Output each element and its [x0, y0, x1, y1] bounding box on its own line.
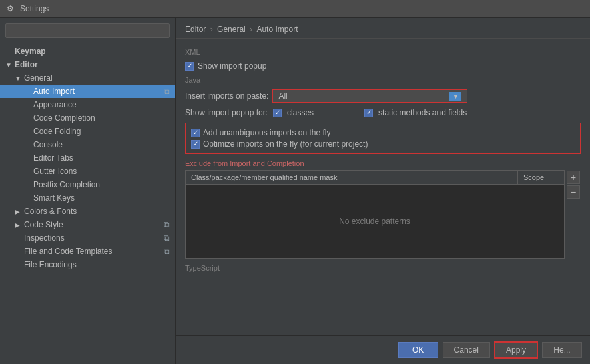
arrow-icon: ▶	[15, 208, 21, 215]
title-bar: ⚙ Settings	[0, 0, 590, 18]
checkmark-icon: ✓	[193, 129, 198, 136]
cancel-button[interactable]: Cancel	[442, 342, 490, 358]
exclude-table: Class/package/member qualified name mask…	[185, 170, 565, 259]
copy-icon: ⧉	[164, 233, 170, 243]
sidebar-item-smart-keys[interactable]: Smart Keys	[0, 191, 175, 205]
sidebar-item-editor-tabs[interactable]: Editor Tabs	[0, 151, 175, 165]
sidebar-item-label: Colors & Fonts	[24, 207, 77, 216]
sidebar-item-editor[interactable]: ▼ Editor	[0, 58, 175, 71]
table-action-buttons: + −	[566, 170, 581, 259]
insert-imports-row: Insert imports on paste: All ▼	[185, 88, 581, 104]
sidebar-item-keymap[interactable]: Keymap	[0, 45, 175, 58]
sidebar-item-label: Postfix Completion	[33, 180, 100, 189]
checkmark-icon: ✓	[366, 109, 372, 116]
arrow-icon: ▶	[15, 221, 21, 229]
table-header: Class/package/member qualified name mask…	[186, 171, 564, 185]
sidebar-item-label: Keymap	[15, 47, 46, 56]
breadcrumb: Editor › General › Auto Import	[176, 18, 590, 39]
sidebar-item-label: Console	[33, 140, 63, 149]
highlighted-options-group: ✓ Add unambiguous imports on the fly ✓ O…	[185, 123, 581, 154]
xml-show-import-checkbox[interactable]: ✓	[185, 62, 194, 71]
sidebar-item-general[interactable]: ▼ General	[0, 71, 175, 85]
sidebar-item-label: Editor Tabs	[33, 153, 73, 163]
breadcrumb-part-1: Editor	[185, 25, 206, 34]
dialog-footer: OK Cancel Apply He...	[176, 335, 590, 364]
optimize-imports-row: ✓ Optimize imports on the fly (for curre…	[191, 139, 575, 149]
help-button[interactable]: He...	[542, 342, 582, 358]
optimize-imports-checkbox[interactable]: ✓	[191, 140, 200, 149]
sidebar-item-label: File and Code Templates	[24, 247, 113, 256]
sidebar-item-label: Editor	[15, 60, 38, 69]
search-input[interactable]	[5, 23, 170, 38]
sidebar-item-console[interactable]: Console	[0, 138, 175, 151]
static-methods-checkbox[interactable]: ✓	[364, 109, 373, 117]
sidebar-item-auto-import[interactable]: Auto Import ⧉	[0, 85, 175, 98]
arrow-icon: ▼	[15, 75, 21, 82]
copy-icon: ⧉	[164, 87, 170, 96]
add-pattern-button[interactable]: +	[567, 171, 580, 184]
apply-button[interactable]: Apply	[494, 341, 538, 359]
col-header-name: Class/package/member qualified name mask	[186, 171, 517, 184]
add-unambiguous-checkbox[interactable]: ✓	[191, 129, 200, 137]
show-popup-row: Show import popup for: ✓ classes ✓ stati…	[185, 108, 581, 117]
breadcrumb-sep-2: ›	[250, 25, 254, 34]
exclude-section: Exclude from Import and Completion Class…	[185, 159, 581, 259]
xml-show-import-label: Show import popup	[198, 61, 266, 71]
sidebar-item-label: Code Folding	[33, 127, 81, 136]
sidebar-item-file-code-templates[interactable]: File and Code Templates ⧉	[0, 245, 175, 258]
breadcrumb-part-2: General	[217, 25, 246, 34]
optimize-imports-label: Optimize imports on the fly (for current…	[203, 139, 368, 149]
sidebar-item-label: Gutter Icons	[33, 167, 77, 176]
search-box	[0, 18, 175, 43]
settings-dialog: ⚙ Settings Keymap ▼ Editor	[0, 0, 590, 364]
sidebar-item-code-folding[interactable]: Code Folding	[0, 125, 175, 138]
sidebar-item-label: Auto Import	[33, 87, 75, 96]
copy-icon: ⧉	[164, 247, 170, 256]
settings-tree: Keymap ▼ Editor ▼ General Auto Import ⧉	[0, 43, 175, 364]
xml-show-import-row: ✓ Show import popup	[185, 60, 581, 72]
insert-imports-value: All	[278, 91, 449, 101]
sidebar-item-inspections[interactable]: Inspections ⧉	[0, 231, 175, 245]
table-body: No exclude patterns	[186, 185, 564, 258]
checkmark-icon: ✓	[187, 63, 192, 69]
dropdown-arrow-icon: ▼	[449, 92, 461, 101]
sidebar-item-gutter-icons[interactable]: Gutter Icons	[0, 165, 175, 178]
sidebar-item-file-encodings[interactable]: File Encodings	[0, 258, 175, 271]
sidebar-item-label: Appearance	[33, 100, 77, 109]
static-methods-label: static methods and fields	[378, 108, 467, 117]
ok-button[interactable]: OK	[398, 342, 438, 358]
xml-section-label: XML	[185, 48, 581, 56]
classes-label: classes	[287, 108, 314, 117]
dialog-body: Keymap ▼ Editor ▼ General Auto Import ⧉	[0, 18, 590, 364]
title-text: Settings	[20, 4, 49, 13]
arrow-icon: ▼	[5, 61, 12, 69]
sidebar-item-label: File Encodings	[24, 260, 77, 269]
sidebar-item-label: Inspections	[24, 233, 65, 243]
java-section-label: Java	[185, 76, 581, 84]
sidebar-item-label: Code Completion	[33, 113, 95, 123]
sidebar-item-label: Smart Keys	[33, 193, 75, 203]
sidebar-item-code-completion[interactable]: Code Completion	[0, 111, 175, 125]
breadcrumb-sep: ›	[210, 25, 215, 34]
remove-pattern-button[interactable]: −	[567, 185, 580, 199]
show-popup-label: Show import popup for:	[185, 108, 268, 117]
insert-imports-label: Insert imports on paste:	[185, 91, 268, 101]
exclude-label: Exclude from Import and Completion	[185, 159, 581, 167]
sidebar-item-colors-fonts[interactable]: ▶ Colors & Fonts	[0, 205, 175, 218]
checkmark-icon: ✓	[275, 109, 280, 116]
col-header-scope: Scope	[517, 171, 564, 184]
right-panel: Editor › General › Auto Import XML ✓ Sho…	[176, 18, 590, 364]
insert-imports-select[interactable]: All ▼	[273, 90, 467, 102]
add-unambiguous-label: Add unambiguous imports on the fly	[203, 128, 330, 137]
breadcrumb-part-3: Auto Import	[256, 25, 298, 34]
typescript-section-label: TypeScript	[185, 264, 581, 272]
settings-icon: ⚙	[7, 4, 16, 13]
sidebar-item-postfix-completion[interactable]: Postfix Completion	[0, 178, 175, 191]
no-patterns-text: No exclude patterns	[339, 217, 410, 226]
sidebar-item-appearance[interactable]: Appearance	[0, 98, 175, 111]
checkmark-icon: ✓	[193, 141, 198, 147]
sidebar-item-label: General	[24, 73, 53, 83]
classes-checkbox[interactable]: ✓	[273, 109, 282, 117]
sidebar-item-label: Code Style	[24, 220, 63, 229]
sidebar-item-code-style[interactable]: ▶ Code Style ⧉	[0, 218, 175, 231]
